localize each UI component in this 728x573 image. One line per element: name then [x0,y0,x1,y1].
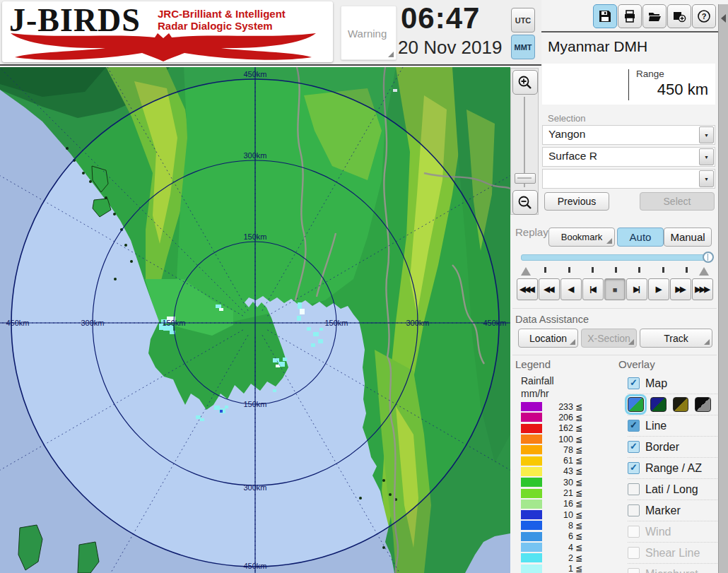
overlay-item-line[interactable]: Line [628,415,717,437]
auto-button[interactable]: Auto [617,228,664,247]
legend-value: 61 [542,456,573,466]
legend-swatch [521,510,542,519]
zoom-out-button[interactable] [512,190,538,215]
zoom-slider-thumb[interactable] [515,173,536,184]
fast-forward-button[interactable]: ▶▶ [670,278,691,300]
open-folder-button[interactable] [642,4,667,28]
overlay-item-label: Microburst [645,568,698,573]
range-ring-label: 300km [81,319,104,327]
replay-slider-thumb[interactable] [703,252,714,263]
fastest-forward-button[interactable]: ▶▶▶ [692,278,713,300]
checkbox[interactable] [628,504,640,516]
checkbox[interactable] [628,547,640,559]
mmt-button[interactable]: MMT [511,35,535,59]
overlay-item-range-az[interactable]: Range / AZ [628,458,717,479]
legend-operator: ≦ [575,564,582,573]
stop-button[interactable]: ■ [604,278,626,300]
select-button[interactable]: Select [640,192,715,211]
legend-value: 16 [542,499,573,509]
overlay-item-marker[interactable]: Marker [628,500,717,521]
map-scheme-swatch-1[interactable] [628,397,644,412]
step-backward-button[interactable]: |◀ [582,278,604,300]
overlay-item-lati-long[interactable]: Lati / Long [628,479,717,500]
overlay-item-border[interactable]: Border [628,437,717,458]
fast-rewind-button[interactable]: ◀◀◀ [517,278,538,300]
overlay-item-shear-line[interactable]: Shear Line [628,543,717,564]
step-forward-button[interactable]: ▶| [626,278,647,300]
checkbox[interactable] [628,441,640,453]
warning-button[interactable]: Warning [341,6,397,60]
panel-collapse-strip[interactable] [718,4,728,573]
save-button[interactable] [593,4,617,28]
radar-map[interactable]: 450km300km150km150km300km450km450km300km… [0,67,510,573]
slider-bound-marker[interactable] [699,267,709,276]
legend-operator: ≦ [575,543,582,553]
legend-operator: ≦ [575,466,582,476]
overlay-item-wind[interactable]: Wind [628,521,717,543]
rain-echo [225,406,228,408]
legend-row: 233≦ [521,401,582,412]
checkbox[interactable] [628,568,640,573]
track-button[interactable]: Track [640,329,712,348]
legend-swatch [521,402,542,411]
range-box: Range 450 km [542,64,715,105]
slider-bound-marker[interactable] [521,267,531,276]
chevron-down-icon[interactable]: ▼ [699,148,714,165]
checkbox[interactable] [628,483,640,495]
checkbox[interactable] [628,420,640,432]
x-section-button[interactable]: X-Section [581,329,637,348]
legend-value: 8 [542,521,573,531]
replay-slider[interactable] [521,254,709,261]
legend-operator: ≦ [575,499,582,509]
play-forward-button[interactable]: ▶ [648,278,669,300]
legend-row: 61≦ [521,455,582,466]
legend-swatch [521,543,542,552]
legend-swatch [521,478,542,487]
rewind-button[interactable]: ◀◀ [539,278,560,300]
rain-echo [214,406,220,410]
rain-echo [311,343,315,347]
map-scheme-swatch-3[interactable] [673,397,689,412]
bookmark-button[interactable]: Bookmark [548,228,615,247]
overlay-item-microburst[interactable]: Microburst [628,564,717,573]
overlay-item-map[interactable]: Map [628,373,717,394]
checkbox[interactable] [628,526,640,538]
overlay-item-label: Lati / Long [645,483,698,496]
station-dropdown[interactable]: Yangon ▼ [542,125,715,145]
range-ring-label: 150km [243,400,266,408]
map-scheme-swatch-2[interactable] [650,397,667,412]
previous-button[interactable]: Previous [544,192,609,211]
rain-echo [298,302,302,309]
legend-operator: ≦ [575,435,582,444]
manual-button[interactable]: Manual [664,228,712,247]
location-button[interactable]: Location [518,329,578,348]
chevron-down-icon[interactable]: ▼ [699,126,714,143]
checkbox[interactable] [628,377,640,389]
legend-operator: ≦ [575,510,582,520]
range-ring-label: 150km [324,319,348,327]
overlay-item-label: Wind [645,526,671,538]
chevron-down-icon[interactable]: ▼ [699,170,714,187]
slider-tick [592,267,594,273]
product-dropdown[interactable]: Surface R ▼ [542,147,715,167]
printer-icon [623,9,637,23]
utc-button[interactable]: UTC [511,8,535,33]
data-assistance-label: Data Assistance [515,314,589,325]
legend-row: 4≦ [521,542,582,553]
new-window-button[interactable] [667,4,691,28]
print-button[interactable] [618,4,642,28]
legend-row: 100≦ [521,434,582,444]
checkbox[interactable] [628,462,640,474]
warning-label: Warning [348,28,387,40]
legend-value: 2 [542,553,573,563]
zoom-in-button[interactable] [512,70,538,95]
rain-echo [283,358,287,361]
option-dropdown[interactable]: ▼ [542,169,715,189]
range-ring-label: 450km [243,562,266,570]
help-button[interactable]: ? [692,4,716,28]
rain-echo [319,328,323,331]
map-scheme-swatch-4[interactable] [695,397,711,412]
legend-row: 43≦ [521,466,582,477]
play-backward-button[interactable]: ◀ [560,278,582,300]
eagle-icon [8,31,319,62]
